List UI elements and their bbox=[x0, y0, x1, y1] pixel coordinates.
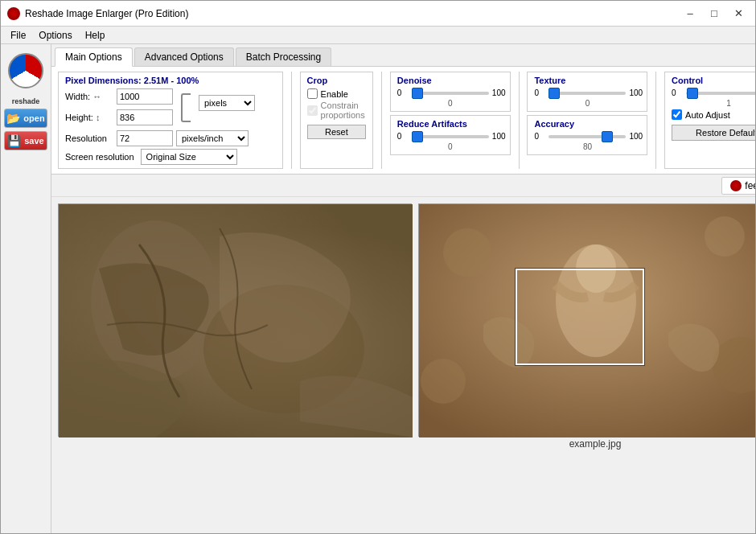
control-value: 1 bbox=[672, 99, 756, 108]
menu-options[interactable]: Options bbox=[32, 28, 78, 43]
minimize-button[interactable]: – bbox=[680, 6, 701, 22]
right-image-container: example.jpg bbox=[418, 203, 756, 450]
denoise-slider-row: 0 100 bbox=[397, 88, 503, 97]
reset-button[interactable]: Reset bbox=[307, 125, 367, 139]
denoise-title: Denoise bbox=[397, 76, 503, 85]
enable-crop-label: Enable bbox=[321, 89, 348, 99]
texture-value: 0 bbox=[534, 99, 640, 108]
options-panel: Pixel Dimensions: 2.51M - 100% Width: ↔ bbox=[51, 67, 756, 175]
accuracy-min: 0 bbox=[534, 132, 545, 141]
screen-res-dropdown[interactable]: Original Size bbox=[141, 149, 237, 165]
accuracy-title: Accuracy bbox=[534, 119, 640, 129]
constrain-checkbox[interactable] bbox=[307, 105, 318, 116]
menu-file[interactable]: File bbox=[4, 28, 32, 43]
svg-point-10 bbox=[576, 244, 616, 293]
height-icon: ↕ bbox=[96, 113, 101, 122]
denoise-section: Denoise 0 100 0 bbox=[390, 72, 511, 112]
reduce-artifacts-max: 100 bbox=[492, 132, 503, 141]
menu-help[interactable]: Help bbox=[79, 28, 112, 43]
denoise-max: 100 bbox=[492, 88, 503, 97]
maximize-button[interactable]: □ bbox=[704, 6, 725, 22]
crop-title: Crop bbox=[307, 76, 367, 85]
save-button[interactable]: 💾 save bbox=[4, 131, 47, 150]
images-area: example.jpg bbox=[51, 197, 756, 534]
accuracy-slider[interactable] bbox=[549, 135, 626, 138]
close-button[interactable]: ✕ bbox=[728, 6, 749, 22]
reduce-artifacts-min: 0 bbox=[397, 132, 409, 141]
res-units-dropdown[interactable]: pixels/inch bbox=[176, 130, 249, 146]
left-image-canvas bbox=[59, 204, 413, 437]
screen-res-row: Screen resolution Original Size bbox=[65, 149, 276, 165]
right-image-canvas bbox=[419, 204, 756, 437]
crop-section: Crop Enable Constrain proportions Reset bbox=[300, 72, 374, 169]
divider-4 bbox=[655, 72, 656, 169]
pixel-dims-title: Pixel Dimensions: 2.51M - 100% bbox=[65, 76, 276, 85]
left-image-container bbox=[58, 203, 412, 437]
pixel-dimensions-section: Pixel Dimensions: 2.51M - 100% Width: ↔ bbox=[58, 72, 283, 169]
feedback-button[interactable]: feedback bbox=[721, 177, 756, 195]
accuracy-value: 80 bbox=[534, 142, 640, 151]
width-icon: ↔ bbox=[92, 92, 101, 101]
tab-advanced-label: Advanced Options bbox=[145, 51, 224, 63]
resolution-input[interactable] bbox=[117, 130, 173, 146]
constrain-label: Constrain proportions bbox=[321, 101, 367, 120]
menu-bar: File Options Help bbox=[1, 27, 755, 44]
height-row: Height: ↕ bbox=[65, 109, 173, 125]
resolution-row: Resolution pixels/inch bbox=[65, 130, 276, 146]
auto-adjust-checkbox[interactable] bbox=[672, 109, 682, 120]
denoise-texture-group: Denoise 0 100 0 Reduce Artifacts 0 100 bbox=[390, 72, 511, 169]
reduce-artifacts-slider[interactable] bbox=[412, 135, 489, 138]
resolution-label: Resolution bbox=[65, 134, 113, 143]
reshade-label: reshade bbox=[12, 97, 40, 105]
enable-crop-row: Enable bbox=[307, 88, 367, 99]
accuracy-section: Accuracy 0 100 80 bbox=[527, 115, 647, 155]
units-dropdown[interactable]: pixels bbox=[199, 95, 255, 111]
svg-point-8 bbox=[421, 359, 466, 404]
control-title: Control bbox=[672, 76, 756, 85]
denoise-value: 0 bbox=[397, 99, 503, 108]
right-image-panel bbox=[418, 203, 756, 437]
auto-adjust-row: Auto Adjust bbox=[672, 109, 756, 120]
units-col: pixels bbox=[199, 88, 255, 111]
texture-title: Texture bbox=[534, 76, 640, 85]
content-area: Main Options Advanced Options Batch Proc… bbox=[51, 44, 756, 534]
width-row: Width: ↔ bbox=[65, 88, 173, 105]
title-bar: Reshade Image Enlarger (Pro Edition) – □… bbox=[1, 1, 755, 27]
tabs-bar: Main Options Advanced Options Batch Proc… bbox=[51, 44, 756, 67]
accuracy-max: 100 bbox=[629, 132, 640, 141]
left-image-panel bbox=[58, 203, 412, 437]
reduce-artifacts-slider-row: 0 100 bbox=[397, 132, 503, 141]
restore-defaults-button[interactable]: Restore Defaults bbox=[672, 125, 756, 141]
tab-batch-processing[interactable]: Batch Processing bbox=[236, 47, 331, 66]
left-sidebar: reshade 📂 open 💾 save bbox=[1, 44, 51, 534]
main-area: reshade 📂 open 💾 save Main Options Advan… bbox=[1, 44, 755, 534]
denoise-slider[interactable] bbox=[412, 92, 489, 95]
title-bar-text: Reshade Image Enlarger (Pro Edition) bbox=[25, 8, 680, 19]
texture-section: Texture 0 100 0 bbox=[527, 72, 647, 112]
divider-2 bbox=[381, 72, 382, 169]
width-label: Width: ↔ bbox=[65, 92, 113, 101]
control-slider[interactable] bbox=[686, 92, 756, 95]
accuracy-slider-row: 0 100 bbox=[534, 132, 640, 141]
progress-bar-area: feedback bbox=[51, 175, 756, 197]
enable-crop-checkbox[interactable] bbox=[307, 88, 318, 99]
reduce-artifacts-section: Reduce Artifacts 0 100 0 bbox=[390, 115, 511, 155]
feedback-label: feedback bbox=[745, 180, 756, 191]
texture-min: 0 bbox=[534, 88, 545, 97]
save-label: save bbox=[24, 136, 43, 146]
texture-slider-row: 0 100 bbox=[534, 88, 640, 97]
reduce-artifacts-value: 0 bbox=[397, 142, 503, 151]
svg-point-5 bbox=[443, 228, 491, 277]
texture-slider[interactable] bbox=[549, 92, 626, 95]
tab-advanced-options[interactable]: Advanced Options bbox=[134, 47, 234, 66]
height-input[interactable] bbox=[117, 109, 173, 125]
tab-main-options[interactable]: Main Options bbox=[55, 47, 133, 67]
tab-batch-label: Batch Processing bbox=[246, 51, 321, 63]
title-bar-buttons: – □ ✕ bbox=[680, 6, 749, 22]
logo-circle-icon bbox=[8, 53, 43, 88]
texture-max: 100 bbox=[629, 88, 640, 97]
screen-res-label: Screen resolution bbox=[65, 152, 134, 162]
divider-1 bbox=[291, 72, 292, 169]
open-button[interactable]: 📂 open bbox=[4, 109, 47, 128]
width-input[interactable] bbox=[117, 88, 173, 105]
